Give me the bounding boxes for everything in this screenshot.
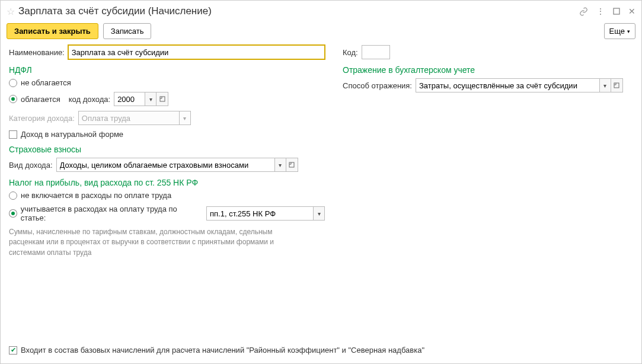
svg-rect-3 xyxy=(614,83,619,88)
ndfl-taxed-radio[interactable] xyxy=(9,95,17,103)
more-button[interactable]: Еще ▾ xyxy=(604,23,635,39)
chevron-down-icon: ▾ xyxy=(627,28,630,34)
profit-tax-section-title: Налог на прибыль, вид расхода по ст. 255… xyxy=(9,178,325,187)
profit-not-included-label: не включается в расходы по оплате труда xyxy=(21,191,171,200)
profit-tax-note: Суммы, начисленные по тарифным ставкам, … xyxy=(9,227,282,258)
income-category-select xyxy=(78,111,179,125)
kebab-menu-icon[interactable]: ⋮ xyxy=(596,7,605,16)
natural-income-label: Доход в натуральной форме xyxy=(21,130,123,139)
profit-article-select[interactable] xyxy=(206,206,313,221)
income-code-label: код дохода: xyxy=(69,95,110,104)
profit-article-dropdown-button[interactable]: ▾ xyxy=(313,206,325,221)
ndfl-taxed-label: облагается xyxy=(21,95,60,104)
link-icon[interactable] xyxy=(579,7,588,16)
more-button-label: Еще xyxy=(609,27,625,36)
income-code-open-button[interactable] xyxy=(156,92,168,106)
save-button[interactable]: Записать xyxy=(103,23,152,39)
accounting-method-label: Способ отражения: xyxy=(343,81,412,90)
maximize-icon[interactable] xyxy=(613,8,620,15)
name-label: Наименование: xyxy=(9,48,65,57)
favorite-star-icon[interactable]: ☆ xyxy=(7,6,15,17)
base-accruals-label: Входит в состав базовых начислений для р… xyxy=(21,346,424,355)
natural-income-checkbox[interactable] xyxy=(9,130,17,139)
profit-included-label: учитывается в расходах на оплату труда п… xyxy=(21,205,199,222)
code-input[interactable] xyxy=(362,45,390,59)
income-category-dropdown-button: ▾ xyxy=(179,111,191,125)
income-type-dropdown-button[interactable]: ▾ xyxy=(274,158,286,172)
svg-rect-2 xyxy=(289,162,294,167)
base-accruals-checkbox[interactable] xyxy=(9,346,17,355)
svg-rect-1 xyxy=(160,97,165,101)
income-code-input[interactable] xyxy=(114,92,145,106)
save-and-close-button[interactable]: Записать и закрыть xyxy=(7,23,98,39)
profit-not-included-radio[interactable] xyxy=(9,191,17,200)
name-input[interactable] xyxy=(68,45,325,59)
insurance-section-title: Страховые взносы xyxy=(9,145,325,154)
accounting-method-dropdown-button[interactable]: ▾ xyxy=(599,78,611,92)
ndfl-section-title: НДФЛ xyxy=(9,65,325,75)
accounting-method-select[interactable] xyxy=(416,78,599,92)
income-type-label: Вид дохода: xyxy=(9,161,53,170)
income-code-dropdown-button[interactable]: ▾ xyxy=(145,92,156,106)
income-category-label: Категория дохода: xyxy=(9,114,75,123)
income-type-select[interactable] xyxy=(56,158,274,172)
accounting-section-title: Отражение в бухгалтерском учете xyxy=(343,65,633,75)
accounting-method-open-button[interactable] xyxy=(611,78,623,92)
ndfl-not-taxed-radio[interactable] xyxy=(9,79,17,87)
svg-rect-0 xyxy=(614,8,619,14)
income-type-open-button[interactable] xyxy=(286,158,298,172)
profit-included-radio[interactable] xyxy=(9,209,17,218)
ndfl-not-taxed-label: не облагается xyxy=(21,78,71,87)
code-label: Код: xyxy=(343,48,358,57)
window-title: Зарплата за счёт субсидии (Начисление) xyxy=(18,5,579,17)
close-icon[interactable]: ✕ xyxy=(628,7,635,16)
